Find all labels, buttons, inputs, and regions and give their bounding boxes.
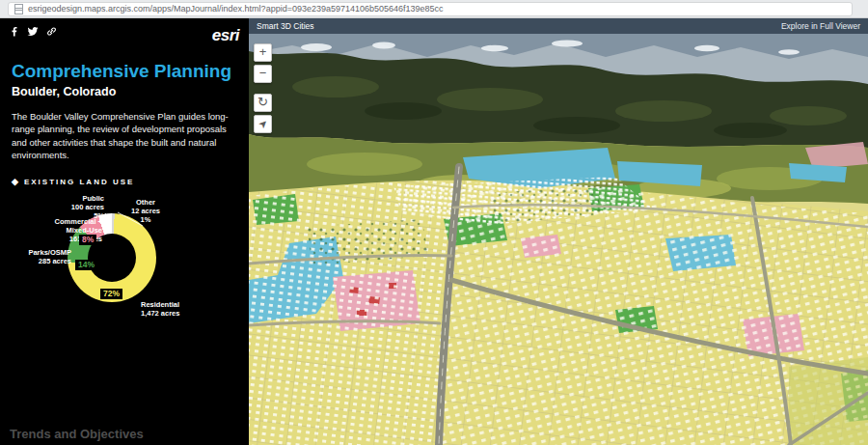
- map-area: Smart 3D Cities Explore in Full Viewer: [249, 18, 868, 445]
- esri-logo[interactable]: esri: [212, 26, 239, 45]
- browser-window: esrigeodesign.maps.arcgis.com/apps/MapJo…: [0, 0, 868, 445]
- chart-label-public: Public 100 acres 5%: [71, 194, 104, 220]
- chart-label-parks: Parks/OSMP 285 acres: [28, 248, 71, 265]
- section-heading-label: EXISTING LAND USE: [24, 178, 134, 186]
- next-section-link[interactable]: Trends and Objectives: [10, 427, 144, 441]
- browser-chrome: esrigeodesign.maps.arcgis.com/apps/MapJo…: [0, 0, 868, 18]
- map-controls: + − ↻ ➤: [254, 43, 272, 133]
- link-icon[interactable]: [46, 26, 57, 37]
- zoom-out-button[interactable]: −: [254, 65, 272, 83]
- map-3d-scene[interactable]: [249, 34, 868, 445]
- chart-label-residential: Residential 1,472 acres: [141, 300, 179, 318]
- land-use-chart: Public 100 acres 5% Other 12 acres 1% Co…: [0, 192, 249, 351]
- map-header: Smart 3D Cities Explore in Full Viewer: [249, 18, 868, 34]
- map-title: Smart 3D Cities: [257, 21, 314, 31]
- chart-percent-parks: 14%: [75, 260, 97, 270]
- story-panel: esri Comprehensive Planning Boulder, Col…: [0, 18, 249, 445]
- url-text: esrigeodesign.maps.arcgis.com/apps/MapJo…: [28, 4, 444, 14]
- page-icon: [14, 4, 23, 14]
- compass-icon[interactable]: ➤: [254, 115, 272, 133]
- page-subtitle: Boulder, Colorado: [12, 85, 237, 98]
- facebook-icon[interactable]: [10, 26, 19, 37]
- description-text: The Boulder Valley Comprehensive Plan gu…: [12, 110, 233, 161]
- zoom-in-button[interactable]: +: [254, 43, 272, 62]
- chart-label-other: Other 12 acres 1%: [131, 198, 160, 224]
- chart-percent-residential: 72%: [100, 289, 122, 299]
- full-viewer-link[interactable]: Explore in Full Viewer: [781, 21, 860, 31]
- chart-percent-commercial: 8%: [79, 235, 96, 245]
- address-bar[interactable]: esrigeodesign.maps.arcgis.com/apps/MapJo…: [8, 2, 853, 16]
- diamond-icon: ◆: [12, 177, 18, 186]
- rotate-icon[interactable]: ↻: [254, 94, 272, 112]
- twitter-icon[interactable]: [27, 26, 39, 37]
- section-heading: ◆ EXISTING LAND USE: [12, 177, 237, 186]
- page-title: Comprehensive Planning: [12, 61, 237, 82]
- social-share-bar: [10, 26, 57, 37]
- map-view[interactable]: + − ↻ ➤: [249, 34, 868, 445]
